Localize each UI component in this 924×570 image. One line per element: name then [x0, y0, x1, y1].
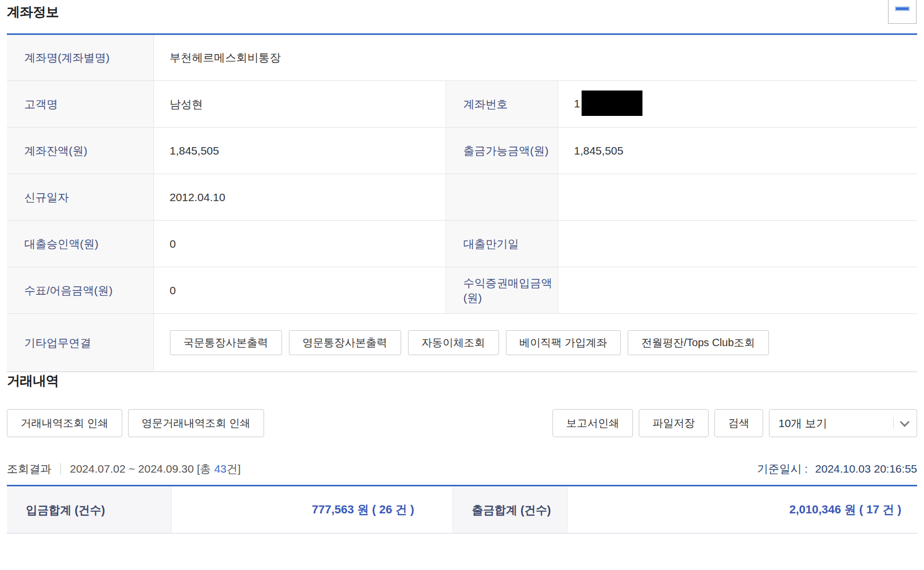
basic-pack-account-button[interactable]: 베이직팩 가입계좌 [506, 330, 621, 355]
result-divider [60, 463, 61, 475]
account-detail-page: 계좌정보 계좌명(계좌별명) 부천헤르메스회비통장 고객명 남성현 계좌번호 1… [0, 0, 924, 533]
account-name-value: 부천헤르메스회비통장 [153, 34, 917, 81]
account-number-label: 계좌번호 [446, 81, 558, 128]
table-row: 계좌잔액(원) 1,845,505 출금가능금액(원) 1,845,505 [7, 128, 917, 174]
open-date-label: 신규일자 [7, 174, 153, 221]
table-row: 대출승인액(원) 0 대출만기일 [7, 221, 917, 267]
table-row: 신규일자 2012.04.10 [7, 174, 917, 221]
account-number-value: 13 [558, 81, 917, 128]
customer-name-value: 남성현 [153, 81, 446, 128]
account-number-prefix: 1 [574, 97, 581, 109]
chevron-down-icon [900, 417, 909, 427]
table-row: 계좌명(계좌별명) 부천헤르메스회비통장 [7, 34, 917, 81]
result-range: 2024.07.02 ~ 2024.09.30 [총 43건] [70, 462, 241, 476]
search-button[interactable]: 검색 [714, 409, 763, 437]
other-services-button-group: 국문통장사본출력 영문통장사본출력 자동이체조회 베이직팩 가입계좌 전월평잔/… [170, 330, 918, 355]
loan-due-value [558, 221, 917, 267]
redaction-box [582, 91, 642, 116]
toolbar-right-group: 보고서인쇄 파일저장 검색 10개 보기 [552, 409, 917, 437]
print-transactions-en-button[interactable]: 영문거래내역조회 인쇄 [128, 409, 265, 437]
open-date-value: 2012.04.10 [153, 174, 446, 221]
balance-value: 1,845,505 [153, 128, 446, 174]
withdrawable-value: 1,845,505 [558, 128, 917, 174]
print-report-button[interactable]: 보고서인쇄 [552, 409, 633, 437]
auto-transfer-inquiry-button[interactable]: 자동이체조회 [408, 330, 499, 355]
check-note-label: 수표/어음금액(원) [7, 267, 153, 314]
transactions-section: 거래내역 거래내역조회 인쇄 영문거래내역조회 인쇄 보고서인쇄 파일저장 검색… [7, 372, 917, 533]
result-range-text: 2024.07.02 ~ 2024.09.30 [총 [70, 463, 214, 475]
result-label: 조회결과 [7, 462, 51, 476]
account-name-label: 계좌명(계좌별명) [7, 34, 153, 81]
collapse-section-button[interactable] [888, 0, 917, 24]
fund-purchase-label: 수익증권매입금액(원) [446, 267, 558, 314]
result-range-suffix: 건] [227, 463, 241, 475]
base-time: 기준일시 : 2024.10.03 20:16:55 [757, 462, 917, 476]
fund-purchase-value [558, 267, 917, 314]
withdraw-total-value: 2,010,346 원 ( 17 건 ) [567, 486, 917, 533]
account-info-title: 계좌정보 [7, 3, 917, 20]
base-time-value: 2024.10.03 20:16:55 [815, 463, 917, 475]
transactions-toolbar: 거래내역조회 인쇄 영문거래내역조회 인쇄 보고서인쇄 파일저장 검색 10개 … [7, 409, 917, 437]
other-services-label: 기타업무연결 [7, 314, 153, 372]
transactions-title: 거래내역 [7, 372, 917, 389]
result-summary-row: 조회결과 2024.07.02 ~ 2024.09.30 [총 43건] 기준일… [7, 462, 917, 476]
print-transactions-button[interactable]: 거래내역조회 인쇄 [7, 409, 122, 437]
account-info-table: 계좌명(계좌별명) 부천헤르메스회비통장 고객명 남성현 계좌번호 13 계좌잔… [7, 33, 917, 372]
table-row: 기타업무연결 국문통장사본출력 영문통장사본출력 자동이체조회 베이직팩 가입계… [7, 314, 917, 372]
page-size-selected-value: 10개 보기 [778, 416, 893, 431]
page-size-select[interactable]: 10개 보기 [769, 409, 917, 437]
print-passbook-en-button[interactable]: 영문통장사본출력 [289, 330, 401, 355]
totals-table: 입금합계 (건수) 777,563 원 ( 26 건 ) 출금합계 (건수) 2… [7, 485, 917, 533]
loan-due-label: 대출만기일 [446, 221, 558, 267]
base-time-label: 기준일시 : [757, 462, 808, 476]
avg-balance-tops-club-button[interactable]: 전월평잔/Tops Club조회 [628, 330, 769, 355]
check-note-value: 0 [153, 267, 446, 314]
result-left: 조회결과 2024.07.02 ~ 2024.09.30 [총 43건] [7, 462, 241, 476]
table-row: 입금합계 (건수) 777,563 원 ( 26 건 ) 출금합계 (건수) 2… [7, 486, 917, 533]
deposit-total-value: 777,563 원 ( 26 건 ) [171, 486, 452, 533]
table-row: 고객명 남성현 계좌번호 13 [7, 81, 917, 128]
save-file-button[interactable]: 파일저장 [639, 409, 709, 437]
loan-approved-value: 0 [153, 221, 446, 267]
customer-name-label: 고객명 [7, 81, 153, 128]
print-passbook-kr-button[interactable]: 국문통장사본출력 [170, 330, 282, 355]
balance-label: 계좌잔액(원) [7, 128, 153, 174]
empty-label-cell [446, 174, 558, 221]
empty-value-cell [558, 174, 917, 221]
minus-icon [895, 6, 910, 11]
result-count: 43 [214, 463, 227, 475]
withdrawable-label: 출금가능금액(원) [446, 128, 558, 174]
account-info-section: 계좌정보 계좌명(계좌별명) 부천헤르메스회비통장 고객명 남성현 계좌번호 1… [7, 3, 917, 372]
table-row: 수표/어음금액(원) 0 수익증권매입금액(원) [7, 267, 917, 314]
other-services-cell: 국문통장사본출력 영문통장사본출력 자동이체조회 베이직팩 가입계좌 전월평잔/… [153, 314, 917, 372]
withdraw-total-label: 출금합계 (건수) [452, 486, 567, 533]
loan-approved-label: 대출승인액(원) [7, 221, 153, 267]
select-divider [893, 418, 894, 429]
toolbar-left-group: 거래내역조회 인쇄 영문거래내역조회 인쇄 [7, 409, 264, 437]
deposit-total-label: 입금합계 (건수) [7, 486, 171, 533]
